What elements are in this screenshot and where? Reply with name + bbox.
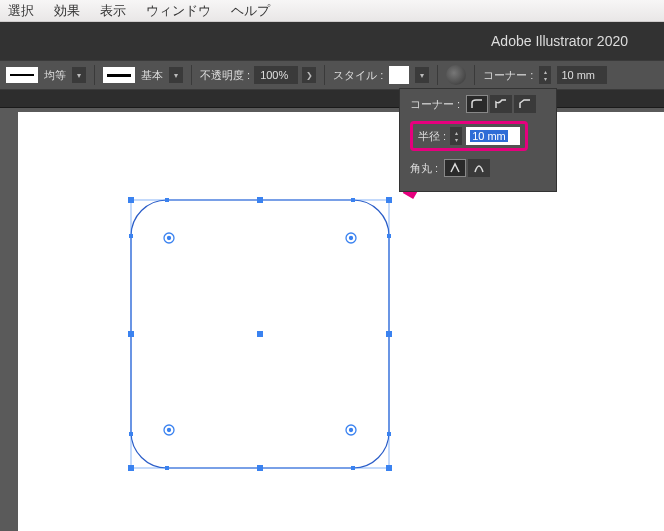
corner-type-chamfer-icon[interactable]	[514, 95, 536, 113]
separator	[94, 65, 95, 85]
svg-rect-3	[257, 197, 263, 203]
svg-rect-16	[387, 432, 391, 436]
menubar: 選択 効果 表示 ウィンドウ ヘルプ	[0, 0, 664, 22]
stroke-profile-dropdown-icon[interactable]: ▾	[72, 67, 86, 83]
svg-rect-11	[165, 198, 169, 202]
radius-input[interactable]: 10 mm	[466, 127, 520, 145]
svg-rect-10	[257, 331, 263, 337]
recolor-artwork-icon[interactable]	[446, 65, 466, 85]
svg-rect-18	[351, 466, 355, 470]
menu-view[interactable]: 表示	[100, 2, 126, 20]
app-title: Adobe Illustrator 2020	[491, 33, 628, 49]
svg-rect-14	[387, 234, 391, 238]
corner-options-popup: コーナー : 半径 : ▴▾ 10 mm 角丸 :	[399, 88, 557, 192]
svg-rect-17	[165, 466, 169, 470]
corner-type-inverted-icon[interactable]	[490, 95, 512, 113]
svg-rect-7	[128, 465, 134, 471]
svg-rect-13	[129, 234, 133, 238]
svg-rect-6	[386, 331, 392, 337]
svg-point-26	[350, 429, 353, 432]
menu-help[interactable]: ヘルプ	[231, 2, 270, 20]
svg-rect-2	[128, 197, 134, 203]
style-label: スタイル :	[333, 68, 383, 83]
titlebar: Adobe Illustrator 2020	[0, 22, 664, 60]
svg-point-22	[350, 237, 353, 240]
svg-rect-8	[257, 465, 263, 471]
artboard[interactable]	[18, 112, 664, 531]
style-swatch[interactable]	[389, 66, 409, 84]
style-dropdown-icon[interactable]: ▾	[415, 67, 429, 83]
radius-highlight-box: 半径 : ▴▾ 10 mm	[410, 121, 528, 151]
svg-point-20	[168, 237, 171, 240]
separator	[324, 65, 325, 85]
rounding-relative-icon[interactable]	[468, 159, 490, 177]
rounding-absolute-icon[interactable]	[444, 159, 466, 177]
opacity-label: 不透明度 :	[200, 68, 250, 83]
menu-effect[interactable]: 効果	[54, 2, 80, 20]
corner-type-round-icon[interactable]	[466, 95, 488, 113]
opacity-dropdown-icon[interactable]: ❯	[302, 67, 316, 83]
svg-rect-15	[129, 432, 133, 436]
popup-corner-label: コーナー :	[410, 97, 460, 112]
brush-dropdown-icon[interactable]: ▾	[169, 67, 183, 83]
stroke-profile-label: 均等	[44, 68, 66, 83]
selected-rounded-rect[interactable]	[121, 190, 401, 480]
opacity-input[interactable]: 100%	[254, 66, 298, 84]
corner-label: コーナー :	[483, 68, 533, 83]
separator	[191, 65, 192, 85]
svg-rect-9	[386, 465, 392, 471]
popup-rounding-label: 角丸 :	[410, 161, 438, 176]
separator	[474, 65, 475, 85]
menu-window[interactable]: ウィンドウ	[146, 2, 211, 20]
brush-swatch[interactable]	[103, 67, 135, 83]
control-bar: 均等 ▾ 基本 ▾ 不透明度 : 100% ❯ スタイル : ▾ コーナー : …	[0, 60, 664, 90]
radius-spinner[interactable]: ▴▾	[450, 127, 462, 145]
corner-value-input[interactable]: 10 mm	[557, 66, 607, 84]
menu-select[interactable]: 選択	[8, 2, 34, 20]
stroke-profile-swatch[interactable]	[6, 67, 38, 83]
svg-point-24	[168, 429, 171, 432]
corner-spinner[interactable]: ▴▾	[539, 66, 551, 84]
brush-label: 基本	[141, 68, 163, 83]
ruler-bar	[0, 90, 664, 108]
separator	[437, 65, 438, 85]
svg-rect-12	[351, 198, 355, 202]
svg-rect-5	[128, 331, 134, 337]
canvas-area	[0, 108, 664, 531]
popup-radius-label: 半径 :	[418, 129, 446, 144]
